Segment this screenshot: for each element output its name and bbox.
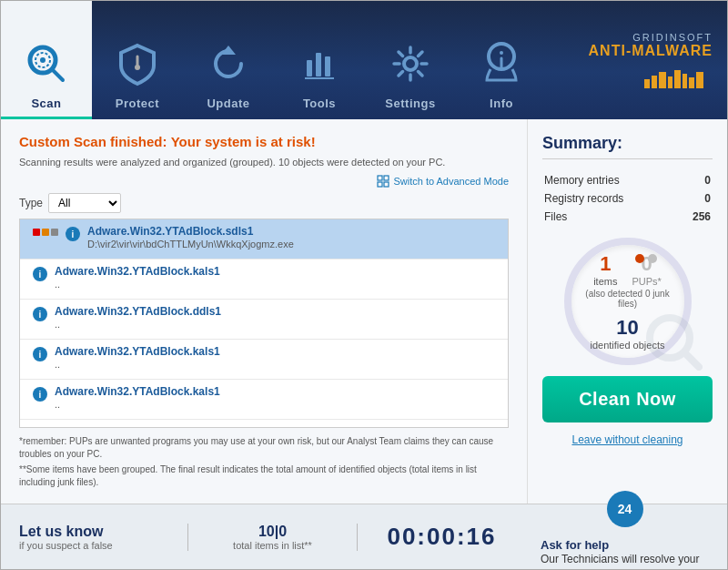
footer-timer-section: 00:00:16 bbox=[358, 523, 526, 551]
dot-gray bbox=[51, 229, 58, 236]
item-path: .. bbox=[55, 319, 499, 330]
brand-area: GRIDINSOFT ANTI-MALWARE bbox=[547, 1, 727, 119]
brand-city-icon bbox=[640, 63, 713, 88]
svg-rect-24 bbox=[652, 76, 657, 88]
item-text: Adware.Win32.YTAdBlock.sdls1 D:\vir2\vir… bbox=[87, 225, 499, 249]
left-panel: Custom Scan finished: Your system is at … bbox=[1, 119, 527, 504]
result-item[interactable]: i Adware.Win32.YTAdBlock.ddls1 .. bbox=[20, 300, 508, 340]
filter-select[interactable]: All Malware PUPs bbox=[48, 193, 121, 213]
nav-item-update[interactable]: Update bbox=[183, 1, 274, 119]
gauge-items-stat: 1 items bbox=[593, 252, 617, 287]
footer-left: Let us know if you suspect a false bbox=[19, 524, 187, 551]
nav-scan-label: Scan bbox=[31, 97, 61, 110]
footer-help-title: Ask for help bbox=[541, 538, 709, 552]
result-item[interactable]: i Adware.Win32.YTAdBlock.sdls1 D:\vir2\v… bbox=[20, 219, 508, 260]
gauge-dot-red bbox=[635, 254, 644, 263]
svg-rect-32 bbox=[384, 176, 389, 180]
footer-count: 10 | 0 bbox=[258, 524, 287, 540]
footer-center: 10 | 0 total items in list** bbox=[187, 524, 358, 551]
nav-settings-label: Settings bbox=[385, 97, 435, 110]
nav-info-label: Info bbox=[490, 97, 513, 110]
gauge-wrapper: 1 items 0 PUPs* (also detected 0 junk fi… bbox=[564, 238, 692, 365]
svg-rect-33 bbox=[378, 182, 382, 187]
footer-center-sub: total items in list** bbox=[233, 540, 312, 551]
svg-rect-25 bbox=[659, 72, 666, 88]
registry-label: Registry records bbox=[544, 190, 678, 207]
main-content: Custom Scan finished: Your system is at … bbox=[1, 119, 727, 504]
result-item[interactable]: i Adware.Win32.YTAdBlock.kals1 .. bbox=[20, 340, 508, 380]
memory-value: 0 bbox=[680, 172, 711, 188]
footer-count-main: 10 bbox=[258, 524, 275, 540]
svg-rect-27 bbox=[674, 70, 681, 88]
leave-without-cleaning-link[interactable]: Leave without cleaning bbox=[542, 433, 713, 446]
right-panel: Summary: Memory entries 0 Registry recor… bbox=[527, 119, 727, 504]
item-info-icon: i bbox=[33, 267, 47, 281]
item-info-icon: i bbox=[33, 347, 47, 361]
item-path: .. bbox=[55, 279, 499, 290]
nav-update-label: Update bbox=[207, 97, 249, 110]
svg-point-2 bbox=[40, 57, 46, 63]
nav-item-tools[interactable]: Tools bbox=[274, 1, 365, 119]
scan-title-static: Custom Scan finished: bbox=[19, 134, 167, 149]
settings-icon bbox=[383, 36, 438, 91]
svg-rect-31 bbox=[378, 176, 382, 180]
items-label: items bbox=[593, 276, 617, 287]
nav-item-settings[interactable]: Settings bbox=[365, 1, 456, 119]
protect-icon bbox=[110, 36, 165, 91]
nav-item-scan[interactable]: Scan bbox=[1, 1, 92, 119]
footer-help-content: Ask for help Our Technicians will resolv… bbox=[541, 538, 709, 570]
item-info-icon: i bbox=[33, 307, 47, 321]
footnote2: **Some items have been grouped. The fina… bbox=[19, 463, 509, 489]
result-item[interactable]: i Adware.Win32.YTAdBlock.kals1 .. bbox=[20, 380, 508, 420]
item-info-icon: i bbox=[66, 227, 80, 241]
footer: Let us know if you suspect a false 10 | … bbox=[1, 504, 727, 569]
advanced-mode-label: Switch to Advanced Mode bbox=[393, 176, 509, 187]
scan-subtitle: Scanning results were analyzed and organ… bbox=[19, 157, 509, 168]
footer-left-sub: if you suspect a false bbox=[19, 540, 187, 551]
gauge-container: 1 items 0 PUPs* (also detected 0 junk fi… bbox=[542, 238, 713, 365]
nav-item-info[interactable]: Info bbox=[456, 1, 547, 119]
scan-icon bbox=[19, 36, 74, 91]
footer-count-zero: 0 bbox=[278, 524, 287, 540]
summary-table: Memory entries 0 Registry records 0 File… bbox=[542, 170, 713, 227]
files-value: 256 bbox=[680, 209, 711, 225]
item-name: Adware.Win32.YTAdBlock.kals1 bbox=[55, 385, 499, 398]
nav-protect-label: Protect bbox=[116, 97, 159, 110]
item-name: Adware.Win32.YTAdBlock.ddls1 bbox=[55, 305, 499, 318]
item-text: Adware.Win32.YTAdBlock.kals1 .. bbox=[55, 345, 499, 370]
item-text: Adware.Win32.YTAdBlock.kals1 .. bbox=[55, 385, 499, 410]
scan-title: Custom Scan finished: Your system is at … bbox=[19, 134, 509, 149]
gauge-sub: (also detected 0 junk files) bbox=[571, 289, 684, 309]
info-icon bbox=[474, 36, 529, 91]
dot-orange bbox=[42, 229, 49, 236]
svg-rect-26 bbox=[668, 76, 672, 88]
nav-item-protect[interactable]: Protect bbox=[92, 1, 183, 119]
clean-now-button[interactable]: Clean Now bbox=[542, 376, 713, 422]
header: Scan Protect Update bbox=[1, 1, 727, 119]
item-text: Adware.Win32.YTAdBlock.ddls1 .. bbox=[55, 305, 499, 330]
svg-line-16 bbox=[399, 52, 403, 56]
nav-tools-label: Tools bbox=[303, 97, 336, 110]
svg-line-19 bbox=[399, 72, 403, 76]
results-list[interactable]: i Adware.Win32.YTAdBlock.sdls1 D:\vir2\v… bbox=[19, 219, 509, 428]
footer-timer: 00:00:16 bbox=[387, 523, 496, 551]
scan-title-risk: Your system is at risk! bbox=[171, 134, 316, 149]
files-label: Files bbox=[544, 209, 678, 225]
update-icon bbox=[201, 36, 256, 91]
dot-red bbox=[33, 229, 40, 236]
app-window: Scan Protect Update bbox=[0, 0, 728, 570]
gauge-dots bbox=[635, 254, 657, 263]
svg-point-21 bbox=[500, 51, 503, 55]
tools-icon bbox=[292, 36, 347, 91]
advanced-mode-link[interactable]: Switch to Advanced Mode bbox=[19, 175, 509, 188]
registry-value: 0 bbox=[680, 190, 711, 207]
result-item[interactable]: i Adware.Win32.YTAdBlock.kals1 .. bbox=[20, 260, 508, 300]
brand-top: GRIDINSOFT bbox=[632, 32, 713, 43]
pups-label: PUPs* bbox=[632, 276, 661, 287]
items-count: 1 bbox=[600, 252, 611, 276]
filter-label: Type bbox=[19, 197, 43, 209]
item-info-icon: i bbox=[33, 387, 47, 402]
summary-title: Summary: bbox=[542, 134, 713, 159]
item-indicators bbox=[33, 229, 58, 236]
item-name: Adware.Win32.YTAdBlock.sdls1 bbox=[87, 225, 499, 238]
